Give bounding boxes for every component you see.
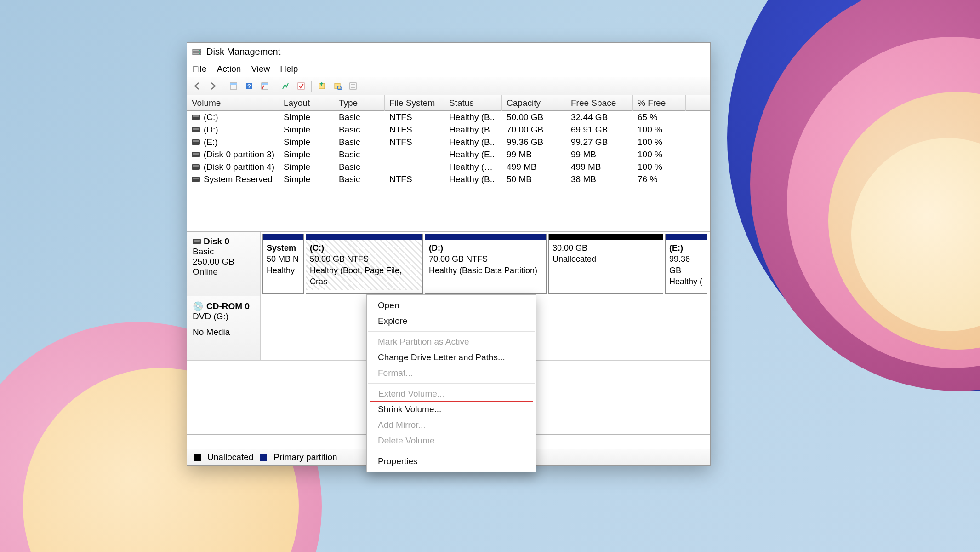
svg-text:?: ?: [247, 83, 251, 90]
col-status[interactable]: Status: [444, 95, 502, 111]
disk0-label[interactable]: Disk 0 Basic 250.00 GB Online: [187, 232, 261, 296]
volume-free: 99 MB: [566, 150, 633, 160]
context-item-shrink-volume[interactable]: Shrink Volume...: [367, 402, 536, 417]
volume-fs: NTFS: [385, 137, 444, 147]
partition[interactable]: System50 MB NHealthy: [262, 234, 304, 294]
col-filesystem[interactable]: File System: [385, 95, 444, 111]
context-item-explore[interactable]: Explore: [367, 313, 536, 329]
col-freespace[interactable]: Free Space: [566, 95, 633, 111]
volume-row[interactable]: (E:)SimpleBasicNTFSHealthy (B...99.36 GB…: [187, 136, 710, 148]
volume-name: (Disk 0 partition 3): [204, 150, 274, 160]
cdrom-icon: 💿: [193, 301, 204, 311]
partition[interactable]: (D:)70.00 GB NTFSHealthy (Basic Data Par…: [425, 234, 547, 294]
back-icon[interactable]: [191, 80, 204, 92]
volume-type: Basic: [334, 174, 385, 184]
volume-name: (E:): [204, 137, 218, 147]
volume-free: 32.44 GB: [566, 112, 633, 122]
legend-primary: Primary partition: [273, 452, 337, 462]
context-item-add-mirror: Add Mirror...: [367, 417, 536, 433]
window-title: Disk Management: [206, 46, 280, 57]
help-icon[interactable]: ?: [243, 80, 256, 92]
col-pctfree[interactable]: % Free: [633, 95, 686, 111]
col-volume[interactable]: Volume: [187, 95, 279, 111]
col-type[interactable]: Type: [334, 95, 385, 111]
drive-icon: [192, 164, 200, 170]
volume-type: Basic: [334, 150, 385, 160]
col-capacity[interactable]: Capacity: [502, 95, 566, 111]
drive-icon: [192, 152, 200, 157]
cdrom-media: No Media: [193, 327, 255, 337]
context-separator: [368, 383, 535, 384]
create-vhd-icon[interactable]: [315, 80, 328, 92]
volume-row[interactable]: (D:)SimpleBasicNTFSHealthy (B...70.00 GB…: [187, 123, 710, 136]
refresh-icon[interactable]: [279, 80, 292, 92]
volume-capacity: 70.00 GB: [502, 125, 566, 135]
cdrom-drive: DVD (G:): [193, 311, 255, 322]
titlebar[interactable]: Disk Management: [187, 43, 710, 61]
volume-layout: Simple: [279, 125, 334, 135]
settings-icon[interactable]: [258, 80, 271, 92]
menu-view[interactable]: View: [251, 64, 270, 74]
context-item-format: Format...: [367, 365, 536, 381]
volume-status: Healthy (B...: [444, 137, 502, 147]
context-menu[interactable]: OpenExploreMark Partition as ActiveChang…: [366, 294, 536, 472]
legend-unallocated: Unallocated: [207, 452, 253, 462]
context-item-change-drive-letter-and-paths[interactable]: Change Drive Letter and Paths...: [367, 350, 536, 365]
checklist-icon[interactable]: [295, 80, 308, 92]
svg-rect-5: [230, 83, 237, 85]
volume-free: 99.27 GB: [566, 137, 633, 147]
volume-type: Basic: [334, 137, 385, 147]
volume-status: Healthy (E...: [444, 150, 502, 160]
volume-layout: Simple: [279, 112, 334, 122]
volume-pct: 100 %: [633, 150, 686, 160]
volume-layout: Simple: [279, 137, 334, 147]
volume-capacity: 50.00 GB: [502, 112, 566, 122]
attach-vhd-icon[interactable]: [331, 80, 344, 92]
partition[interactable]: (C:)50.00 GB NTFSHealthy (Boot, Page Fil…: [306, 234, 423, 294]
forward-icon[interactable]: [206, 80, 219, 92]
disk-row-disk0[interactable]: Disk 0 Basic 250.00 GB Online System50 M…: [187, 232, 710, 296]
disk0-size: 250.00 GB: [193, 257, 255, 267]
menu-action[interactable]: Action: [217, 64, 241, 74]
volume-layout: Simple: [279, 150, 334, 160]
volume-row[interactable]: (Disk 0 partition 3)SimpleBasicHealthy (…: [187, 148, 710, 161]
cdrom-name: CD-ROM 0: [206, 301, 250, 311]
context-item-extend-volume: Extend Volume...: [370, 386, 533, 402]
disk0-type: Basic: [193, 247, 255, 257]
volume-fs: NTFS: [385, 174, 444, 184]
volume-name: System Reserved: [204, 174, 273, 184]
drive-icon: [192, 115, 200, 120]
svg-line-14: [341, 89, 342, 91]
volume-status: Healthy (R...: [444, 162, 502, 172]
volume-layout: Simple: [279, 162, 334, 172]
properties-icon[interactable]: [347, 80, 359, 92]
context-separator: [368, 451, 535, 451]
context-item-properties[interactable]: Properties: [367, 454, 536, 469]
context-item-open[interactable]: Open: [367, 298, 536, 313]
show-hide-console-tree-icon[interactable]: [227, 80, 240, 92]
volume-columns: Volume Layout Type File System Status Ca…: [187, 95, 710, 111]
volume-row[interactable]: (C:)SimpleBasicNTFSHealthy (B...50.00 GB…: [187, 111, 710, 123]
volume-pct: 65 %: [633, 112, 686, 122]
volume-free: 69.91 GB: [566, 125, 633, 135]
volume-status: Healthy (B...: [444, 125, 502, 135]
menu-help[interactable]: Help: [280, 64, 298, 74]
cdrom-label[interactable]: 💿CD-ROM 0 DVD (G:) No Media: [187, 296, 261, 360]
context-item-delete-volume: Delete Volume...: [367, 433, 536, 448]
partition[interactable]: 30.00 GBUnallocated: [548, 234, 663, 294]
context-item-mark-partition-as-active: Mark Partition as Active: [367, 334, 536, 350]
drive-icon: [192, 177, 200, 182]
col-layout[interactable]: Layout: [279, 95, 334, 111]
volume-layout: Simple: [279, 174, 334, 184]
context-separator: [368, 331, 535, 332]
volume-row[interactable]: (Disk 0 partition 4)SimpleBasicHealthy (…: [187, 161, 710, 173]
volume-row[interactable]: System ReservedSimpleBasicNTFSHealthy (B…: [187, 173, 710, 185]
volume-name: (C:): [204, 112, 218, 122]
volume-list[interactable]: (C:)SimpleBasicNTFSHealthy (B...50.00 GB…: [187, 111, 710, 185]
menu-file[interactable]: File: [193, 64, 207, 74]
volume-type: Basic: [334, 112, 385, 122]
volume-pct: 100 %: [633, 162, 686, 172]
partition[interactable]: (E:)99.36 GBHealthy (: [665, 234, 707, 294]
volume-capacity: 50 MB: [502, 174, 566, 184]
volume-name: (Disk 0 partition 4): [204, 162, 274, 172]
